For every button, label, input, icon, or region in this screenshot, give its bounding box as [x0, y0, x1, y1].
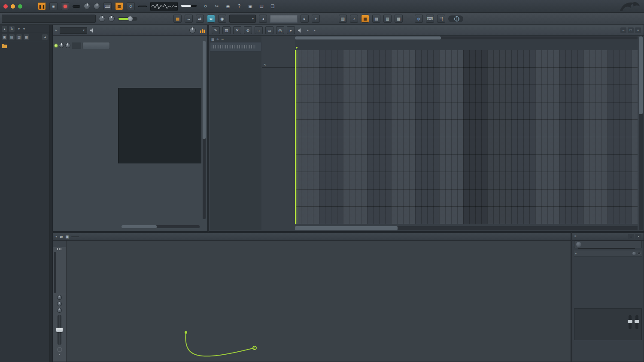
arrow-tool-icon[interactable]: →	[185, 15, 193, 23]
chat-icon[interactable]: ❑	[269, 3, 276, 10]
controller-icon[interactable]: ⇶	[437, 15, 445, 23]
channel-enable-led[interactable]	[55, 44, 58, 47]
playhead-marker-icon[interactable]: ▼	[295, 46, 298, 50]
record-button[interactable]	[61, 2, 69, 10]
pattern-selector[interactable]	[270, 15, 298, 23]
slot-mix-knob[interactable]	[632, 252, 636, 255]
mixer-strip-number[interactable]	[53, 241, 66, 247]
preset-tab-icon[interactable]: ▥	[16, 34, 22, 40]
playback-tool-icon[interactable]: ▸	[287, 26, 295, 34]
plugin-tab-icon[interactable]: ▤	[9, 34, 15, 40]
mixer-detach-icon[interactable]: ⇄	[60, 235, 63, 239]
output-selector[interactable]	[574, 241, 642, 248]
folder-tab-icon[interactable]: ▣	[2, 34, 7, 40]
toggle-channel-rack-icon[interactable]: ▦	[361, 15, 369, 23]
minimize-icon[interactable]: –	[620, 27, 626, 33]
mixer-stereo-knob[interactable]	[57, 302, 62, 306]
mixer-strip-name-area[interactable]	[53, 251, 66, 294]
main-pitch-knob[interactable]	[94, 3, 100, 9]
main-volume-knob[interactable]	[84, 3, 90, 9]
select-tool-icon[interactable]: ▭	[265, 26, 273, 34]
playlist-track-header[interactable]: ∿	[262, 50, 295, 68]
swap-tool-icon[interactable]: ⇄	[196, 15, 204, 23]
play-pause-button[interactable]: ❚❚	[38, 2, 46, 10]
playlist-lanes[interactable]	[295, 50, 638, 224]
mic-record-icon[interactable]: ◉	[218, 15, 226, 23]
link-icon[interactable]: ∞	[207, 15, 215, 23]
shuffle-slider[interactable]	[118, 17, 137, 21]
channel-volume-knob[interactable]	[65, 43, 70, 48]
playlist-vertical-scrollbar[interactable]	[639, 36, 643, 230]
mixer-mute-led[interactable]	[57, 347, 62, 352]
draw-tool-icon[interactable]: ✎	[212, 26, 220, 34]
project-title-field[interactable]	[2, 15, 96, 23]
slot-enable-led[interactable]	[638, 252, 641, 255]
toggle-project-picker-icon[interactable]: ▩	[395, 15, 403, 23]
window-controls[interactable]	[3, 4, 22, 9]
wait-for-input-icon[interactable]: ↻	[127, 2, 135, 10]
fx-slot[interactable]: ▸	[574, 250, 642, 256]
rack-vertical-scrollbar[interactable]	[203, 41, 206, 219]
add-pattern-button[interactable]: +	[312, 15, 320, 23]
tuner-icon[interactable]: ψ	[415, 15, 423, 23]
refresh-icon[interactable]: ↻	[9, 26, 15, 32]
slip-tool-icon[interactable]: ↔	[255, 26, 263, 34]
channel-filter-selector[interactable]: ▾	[60, 27, 87, 34]
channel-rack-quick-icon[interactable]: ▦	[173, 15, 182, 23]
window-buttons[interactable]: – □ ×	[620, 27, 641, 33]
help-icon[interactable]: ?	[235, 3, 243, 10]
prev-pattern-button[interactable]: ◂	[259, 15, 267, 23]
rack-horizontal-scrollbar[interactable]	[122, 225, 200, 228]
channel-pan-knob[interactable]	[59, 43, 64, 48]
tempo-display[interactable]	[73, 5, 80, 8]
minimize-icon[interactable]: –	[628, 234, 634, 239]
snap-selector[interactable]: ▾	[229, 15, 256, 23]
zoom-window-button[interactable]	[18, 4, 22, 9]
timeline-ruler[interactable]: ▼	[295, 40, 638, 51]
collapse-panel-icon[interactable]: ◂	[42, 34, 48, 40]
toggle-piano-roll-icon[interactable]: ♪	[350, 15, 358, 23]
playlist-bottom-scrollbar[interactable]	[295, 226, 638, 230]
mixer-strip[interactable]: ▲	[53, 241, 67, 362]
channel-name-button[interactable]	[82, 42, 110, 49]
touch-keyboard-icon[interactable]: ⌨	[426, 15, 434, 23]
close-window-button[interactable]	[3, 4, 8, 9]
picker-item[interactable]	[210, 42, 261, 51]
send-pan-fader[interactable]	[635, 315, 638, 329]
mixer-pan-knob[interactable]	[57, 295, 62, 300]
close-icon[interactable]: ×	[635, 234, 641, 239]
stop-button[interactable]: ■	[49, 2, 58, 10]
mixer-view-selector[interactable]	[71, 236, 79, 237]
mixer-route-arrow[interactable]: ▲	[58, 353, 61, 356]
typing-keyboard-icon[interactable]: ⌨	[103, 2, 112, 10]
online-hint[interactable]	[448, 15, 463, 22]
minimize-window-button[interactable]	[11, 4, 15, 9]
sample-tab-icon[interactable]: ▦	[24, 34, 29, 40]
mixer-layout-icon[interactable]: ▣	[65, 235, 69, 239]
grid-icon[interactable]: ▦	[211, 37, 214, 41]
save-icon[interactable]: ▣	[246, 3, 254, 10]
paint-tool-icon[interactable]: ▨	[222, 26, 231, 34]
toggle-browser-icon[interactable]: ▧	[383, 15, 392, 23]
menu-icon[interactable]: ≡	[574, 235, 577, 238]
collapse-all-icon[interactable]: ▴	[2, 26, 7, 32]
toggle-mixer-icon[interactable]: ▤	[372, 15, 380, 23]
step-edit-icon[interactable]: ▦	[115, 2, 123, 10]
recycle-icon[interactable]: ↻	[202, 3, 210, 10]
mute-tool-icon[interactable]: ⊘	[244, 26, 252, 34]
midi-keyboard-icon[interactable]: ▤	[258, 3, 265, 10]
chevron-down-icon[interactable]: ▾	[55, 235, 57, 238]
mixer-fader[interactable]	[58, 315, 61, 345]
move-icon[interactable]: ✛	[216, 37, 219, 41]
routing-knob[interactable]	[576, 242, 581, 247]
mic-icon[interactable]: ◉	[224, 3, 232, 10]
master-pitch-knob[interactable]	[108, 15, 115, 22]
cut-icon[interactable]: ✂	[213, 3, 221, 10]
rack-swing-knob[interactable]	[189, 27, 196, 33]
send-level-fader[interactable]	[629, 315, 632, 329]
chain-icon[interactable]: ∞	[221, 37, 223, 41]
delete-tool-icon[interactable]: ✕	[233, 26, 241, 34]
maximize-icon[interactable]: □	[628, 27, 634, 33]
master-volume-knob[interactable]	[99, 15, 105, 22]
collapse-icon[interactable]: ▸	[55, 28, 57, 32]
